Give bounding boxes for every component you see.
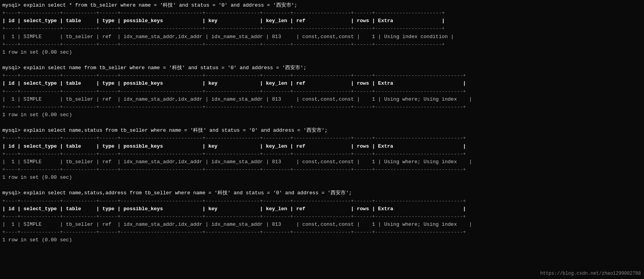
blank-2 — [2, 119, 642, 127]
result-1: 1 row in set (0.00 sec) — [2, 49, 642, 56]
blank-3 — [2, 181, 642, 189]
sep1-1: +----+-------------+-----------+------+-… — [2, 9, 642, 17]
sep1-2: +----+-------------+-----------+------+-… — [2, 72, 642, 80]
result-2: 1 row in set (0.00 sec) — [2, 111, 642, 119]
sep3-2: +----+-------------+-----------+------+-… — [2, 103, 642, 111]
url-label: https://blog.csdn.net/zhao1299002788 — [540, 270, 641, 277]
sep2-3: +----+-------------+-----------+------+-… — [2, 150, 642, 158]
data-1: | 1 | SIMPLE | tb_seller | ref | idx_nam… — [2, 33, 642, 41]
header-4: | id | select_type | table | type | poss… — [2, 205, 642, 213]
header-3: | id | select_type | table | type | poss… — [2, 143, 642, 150]
terminal: mysql> explain select * from tb_seller w… — [0, 0, 644, 279]
sep3-4: +----+-------------+-----------+------+-… — [2, 228, 642, 236]
prompt-1: mysql> explain select * from tb_seller w… — [2, 2, 642, 9]
data-2: | 1 | SIMPLE | tb_seller | ref | idx_nam… — [2, 96, 642, 103]
prompt-3: mysql> explain select name,status from t… — [2, 127, 642, 134]
prompt-4: mysql> explain select name,status,addres… — [2, 189, 642, 197]
sep1-3: +----+-------------+-----------+------+-… — [2, 134, 642, 142]
result-4: 1 row in set (0.00 sec) — [2, 236, 642, 244]
sep3-1: +----+-------------+-----------+------+-… — [2, 41, 642, 49]
sep1-4: +----+-------------+-----------+------+-… — [2, 197, 642, 205]
prompt-2: mysql> explain select name from tb_selle… — [2, 64, 642, 72]
result-3: 1 row in set (0.00 sec) — [2, 174, 642, 181]
sep2-4: +----+-------------+-----------+------+-… — [2, 213, 642, 221]
header-1: | id | select_type | table | type | poss… — [2, 17, 642, 25]
sep3-3: +----+-------------+-----------+------+-… — [2, 166, 642, 174]
data-3: | 1 | SIMPLE | tb_seller | ref | idx_nam… — [2, 158, 642, 166]
header-2: | id | select_type | table | type | poss… — [2, 80, 642, 87]
sep2-2: +----+-------------+-----------+------+-… — [2, 88, 642, 96]
data-4: | 1 | SIMPLE | tb_seller | ref | idx_nam… — [2, 221, 642, 228]
sep2-1: +----+-------------+-----------+------+-… — [2, 25, 642, 33]
blank-1 — [2, 56, 642, 64]
